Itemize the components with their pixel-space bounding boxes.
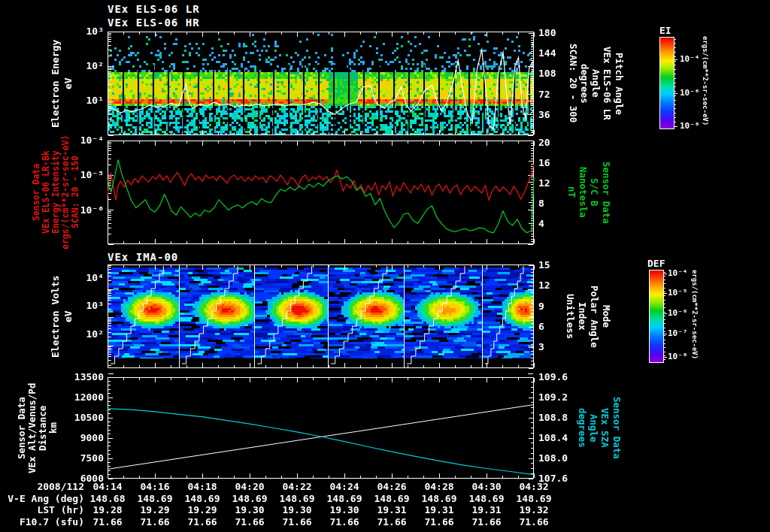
panel1-left-label: eV	[62, 32, 74, 135]
footer-value: 19.29	[132, 505, 178, 515]
footer-value: 04:16	[132, 482, 178, 492]
footer-value: 148.69	[463, 494, 510, 504]
footer-value: 04:30	[463, 482, 510, 492]
footer-row-label: LST (hr)	[0, 505, 84, 515]
footer-value: 04:32	[511, 482, 557, 492]
panel3-right-label: Mode	[600, 264, 612, 368]
panel2-right-label: Sensor Data	[600, 141, 612, 244]
panel4-right-label: VEx SZA	[599, 377, 611, 479]
footer-value: 04:18	[179, 482, 226, 492]
footer-value: 19.31	[416, 505, 462, 515]
panel4-right-label: degrees	[576, 377, 588, 479]
footer-value: 148.69	[321, 494, 368, 504]
vex-multipanel-plot-page: VEx ELS-06 LR VEx ELS-06 HR VEx IMA-00 E…	[0, 0, 770, 532]
panel2-right-label: nT	[565, 141, 578, 244]
footer-value: 19.31	[368, 505, 415, 515]
colorbar1-tick: 10⁻⁸	[680, 122, 700, 131]
footer-row-label: F10.7 (sfu)	[0, 517, 84, 527]
footer-value: 148.69	[416, 494, 462, 504]
footer-value: 19.30	[321, 505, 368, 515]
panel1-right-label: Angle	[590, 32, 602, 135]
panel3-right-label: Polar Angle	[588, 264, 600, 368]
panel4-right-label: Sensor Data	[611, 377, 623, 479]
footer-value: 71.66	[368, 517, 415, 527]
panel3-right-label: Unitless	[564, 264, 576, 368]
footer-value: 19.30	[274, 505, 320, 515]
colorbar2-tick: 10⁻⁶	[668, 309, 688, 318]
colorbar1	[659, 37, 675, 129]
colorbar2-tick: 10⁻⁴	[668, 269, 688, 278]
footer-value: 71.66	[179, 517, 226, 527]
panel2-right-label: Nanotesla	[577, 141, 589, 244]
panel4-right-label: Angle	[587, 377, 599, 479]
footer-value: 148.69	[511, 494, 557, 504]
panel1-right-label: SCAN: 20 - 300	[567, 32, 579, 135]
footer-value: 71.66	[84, 517, 131, 527]
panel1-right-label: degrees	[578, 32, 590, 135]
panel1-left-label: Electron Energy	[49, 32, 61, 135]
footer-value: 19.29	[179, 505, 226, 515]
footer-value: 148.69	[368, 494, 415, 504]
footer-value: 148.69	[179, 494, 226, 504]
footer-value: 19.30	[226, 505, 273, 515]
footer-value: 04:26	[368, 482, 415, 492]
footer-value: 71.66	[274, 517, 320, 527]
footer-value: 148.69	[226, 494, 273, 504]
footer-value: 71.66	[463, 517, 510, 527]
footer-row-label: V-E Ang (deg)	[0, 494, 84, 504]
colorbar2-units: ergs/(cm**2-sr-sec-eV)	[690, 266, 699, 364]
footer-value: 19.28	[84, 505, 131, 515]
footer-value: 04:20	[226, 482, 273, 492]
footer-value: 04:14	[84, 482, 131, 492]
footer-value: 04:28	[416, 482, 462, 492]
colorbar1-units: ergs/(cm**2-sr-sec-eV)	[701, 33, 710, 129]
colorbar2	[649, 270, 664, 363]
panel3-right-label: Index	[576, 264, 588, 368]
panel1-right-label: Pitch Angle	[613, 32, 625, 135]
footer-value: 04:22	[274, 482, 320, 492]
footer-value: 71.66	[226, 517, 273, 527]
footer-value: 71.66	[511, 517, 557, 527]
panel1-right-label: VEx ELS-06 LR	[601, 32, 613, 135]
footer-value: 04:24	[321, 482, 368, 492]
footer-value: 71.66	[321, 517, 368, 527]
panel2-right-label: S/C B	[588, 141, 600, 244]
colorbar2-tick: 10⁻⁸	[668, 352, 688, 361]
panel4-left-label: km	[47, 377, 59, 479]
colorbar2-tick: 10⁻⁷	[668, 329, 688, 338]
footer-value: 148.69	[274, 494, 320, 504]
panel2-left-label: SCAN: 20 - 150	[69, 141, 81, 244]
footer-value: 148.68	[84, 494, 131, 504]
footer-value: 19.31	[463, 505, 510, 515]
footer-value: 19.32	[511, 505, 557, 515]
panel3-left-label: eV	[62, 264, 74, 368]
footer-value: 148.69	[132, 494, 178, 504]
footer-row-label: 2008/112	[0, 482, 84, 492]
footer-value: 71.66	[132, 517, 178, 527]
colorbar2-title: DEF	[647, 258, 665, 269]
colorbar2-tick: 10⁻⁵	[668, 289, 688, 298]
footer-value: 71.66	[416, 517, 462, 527]
panel3-left-label: Electron Volts	[49, 264, 61, 368]
colorbar1-tick: 10⁻⁶	[680, 89, 700, 98]
colorbar1-tick: 10⁻⁴	[680, 55, 700, 64]
colorbar1-title: EI	[659, 26, 671, 36]
